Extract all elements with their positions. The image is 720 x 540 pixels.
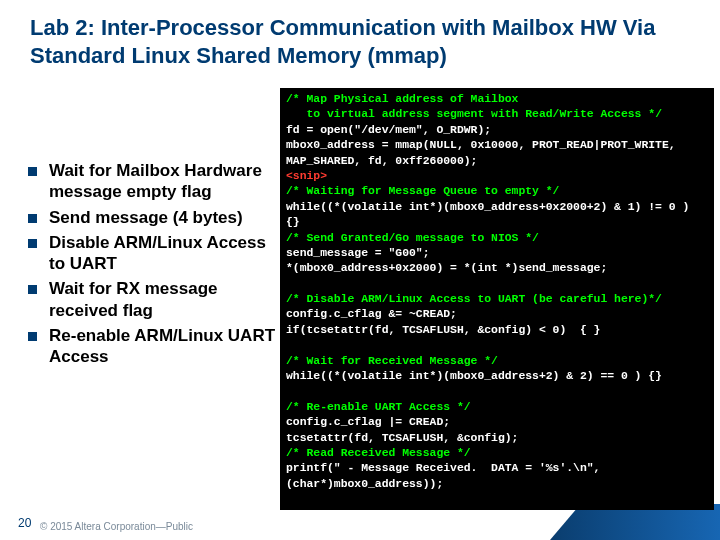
code-line: while((*(volatile int*)(mbox0_address+2)… [286, 370, 662, 382]
code-line: while((*(volatile int*)(mbox0_address+0x… [286, 201, 696, 228]
code-comment: /* Send Granted/Go message to NIOS */ [286, 232, 539, 244]
code-comment: /* Disable ARM/Linux Access to UART (be … [286, 293, 662, 305]
bullet-text: Re-enable ARM/Linux UART Access [49, 325, 276, 368]
page-number: 20 [18, 516, 31, 530]
code-comment: /* Re-enable UART Access */ [286, 401, 471, 413]
list-item: Wait for RX message received flag [28, 278, 276, 321]
code-block: /* Map Physical address of Mailbox to vi… [280, 88, 714, 510]
code-line: config.c_cflag |= CREAD; [286, 416, 450, 428]
bullet-text: Wait for Mailbox Hardware message empty … [49, 160, 276, 203]
code-snip: <snip> [286, 170, 327, 182]
code-line: send_message = "G00"; [286, 247, 430, 259]
bullet-icon [28, 214, 37, 223]
slide-title: Lab 2: Inter-Processor Communication wit… [30, 14, 700, 69]
code-line: *(mbox0_address+0x2000) = *(int *)send_m… [286, 262, 607, 274]
bullet-icon [28, 239, 37, 248]
bullet-icon [28, 285, 37, 294]
code-comment: /* Waiting for Message Queue to empty */ [286, 185, 559, 197]
bullet-text: Send message (4 bytes) [49, 207, 243, 228]
code-line: printf(" - Message Received. DATA = '%s'… [286, 462, 607, 489]
code-comment: /* Map Physical address of Mailbox [286, 93, 518, 105]
bullet-icon [28, 332, 37, 341]
bullet-list: Wait for Mailbox Hardware message empty … [28, 160, 276, 371]
footer-copyright: © 2015 Altera Corporation—Public [40, 521, 193, 532]
list-item: Disable ARM/Linux Access to UART [28, 232, 276, 275]
list-item: Wait for Mailbox Hardware message empty … [28, 160, 276, 203]
list-item: Send message (4 bytes) [28, 207, 276, 228]
code-line: mbox0_address = mmap(NULL, 0x10000, PROT… [286, 139, 682, 166]
code-line: tcsetattr(fd, TCSAFLUSH, &config); [286, 432, 518, 444]
code-line: if(tcsetattr(fd, TCSAFLUSH, &config) < 0… [286, 324, 600, 336]
bullet-text: Disable ARM/Linux Access to UART [49, 232, 276, 275]
slide: Lab 2: Inter-Processor Communication wit… [0, 0, 720, 540]
code-line: fd = open("/dev/mem", O_RDWR); [286, 124, 491, 136]
code-comment: to virtual address segment with Read/Wri… [286, 108, 662, 120]
code-comment: /* Read Received Message */ [286, 447, 471, 459]
bullet-text: Wait for RX message received flag [49, 278, 276, 321]
code-comment: /* Wait for Received Message */ [286, 355, 498, 367]
code-line: config.c_cflag &= ~CREAD; [286, 308, 457, 320]
bullet-icon [28, 167, 37, 176]
list-item: Re-enable ARM/Linux UART Access [28, 325, 276, 368]
